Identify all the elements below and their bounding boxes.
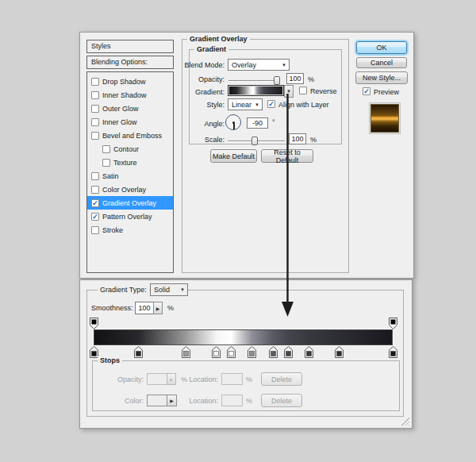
style-item-checkbox[interactable] [102,145,110,153]
preview-thumbnail [370,104,399,133]
style-item-inner-shadow[interactable]: Inner Shadow [87,88,173,102]
style-item-label: Bevel and Emboss [102,132,162,140]
style-item-label: Gradient Overlay [102,199,156,207]
style-item-gradient-overlay[interactable]: ✓Gradient Overlay [87,196,173,210]
style-item-checkbox[interactable]: ✓ [91,213,99,221]
style-item-checkbox[interactable]: ✓ [91,199,99,207]
color-stop[interactable] [335,346,344,358]
delete-opacity-stop-button[interactable]: Delete [261,372,302,386]
style-item-checkbox[interactable] [102,159,110,167]
layer-style-dialog: Styles Blending Options: Custom Drop Sha… [79,32,414,279]
stop-location1-label: Location: [185,375,218,383]
blend-mode-select[interactable]: Overlay ▼ [228,59,290,71]
style-item-pattern-overlay[interactable]: ✓Pattern Overlay [87,210,173,223]
screenshot-root: Styles Blending Options: Custom Drop Sha… [0,0,476,462]
stop-color-swatch[interactable] [147,395,167,406]
blend-mode-value: Overlay [232,61,256,69]
style-item-checkbox[interactable] [91,105,99,113]
opacity-stop[interactable] [389,318,397,329]
stop-location2-field[interactable] [221,395,243,406]
gradient-editor-panel: Gradient Type: Solid ▼ Smoothness: 100 ▶… [79,279,413,429]
cancel-button[interactable]: Cancel [356,57,407,68]
style-item-checkbox[interactable] [91,186,99,194]
resize-grip[interactable] [401,418,409,425]
style-item-outer-glow[interactable]: Outer Glow [87,102,173,115]
style-item-drop-shadow[interactable]: Drop Shadow [87,75,173,88]
color-stop[interactable] [389,346,397,358]
style-item-checkbox[interactable] [91,226,99,234]
style-item-checkbox[interactable] [91,172,99,180]
style-item-label: Contour [113,145,139,153]
stop-location1-unit: % [246,375,252,383]
color-stop[interactable] [227,346,236,358]
delete-color-stop-button[interactable]: Delete [261,394,302,407]
gradient-label: Gradient: [180,88,225,96]
color-stop[interactable] [284,346,293,358]
align-with-layer-checkbox[interactable]: ✓ [267,100,275,108]
stop-opacity-field[interactable] [147,373,167,385]
gradient-group-title: Gradient [194,45,228,53]
style-item-inner-glow[interactable]: Inner Glow [87,115,173,129]
style-item-satin[interactable]: Satin [87,169,173,183]
style-item-checkbox[interactable] [91,78,99,86]
blending-options-item[interactable]: Blending Options: Custom [86,56,174,69]
style-item-color-overlay[interactable]: Color Overlay [87,183,173,196]
color-stop[interactable] [248,346,256,358]
style-label: Style: [180,101,225,109]
scale-unit: % [310,136,317,144]
style-item-label: Satin [102,172,119,180]
preview-label: Preview [374,88,399,96]
color-stop[interactable] [134,346,143,358]
style-item-stroke[interactable]: Stroke [87,223,173,237]
scale-slider-thumb[interactable] [251,137,258,145]
color-stop[interactable] [305,346,313,358]
style-list: Drop ShadowInner ShadowOuter GlowInner G… [86,71,174,273]
style-item-label: Color Overlay [102,186,146,194]
style-item-label: Inner Glow [102,118,137,126]
scale-label: Scale: [180,136,225,144]
opacity-slider-track[interactable] [228,80,279,82]
angle-label: Angle: [180,120,225,128]
style-item-label: Texture [113,159,137,167]
styles-header[interactable]: Styles [86,40,174,53]
style-item-label: Outer Glow [102,105,139,113]
opacity-label: Opacity: [180,75,225,83]
style-item-checkbox[interactable] [91,132,99,140]
style-item-checkbox[interactable] [91,91,99,99]
color-stop[interactable] [182,346,190,358]
ok-button[interactable]: OK [356,41,407,54]
style-item-texture[interactable]: Texture [87,156,173,169]
color-stop[interactable] [269,346,278,358]
stop-location1-field[interactable] [221,373,243,385]
style-item-label: Drop Shadow [102,78,146,86]
gradient-swatch[interactable] [228,85,284,96]
opacity-slider-thumb[interactable] [274,76,280,85]
opacity-stop[interactable] [90,318,98,329]
style-value: Linear [232,101,251,109]
annotation-arrow [278,94,297,319]
style-item-checkbox[interactable] [91,118,99,126]
style-item-label: Pattern Overlay [102,213,152,221]
gradient-bar[interactable] [94,329,393,345]
opacity-unit: % [308,75,314,83]
chevron-down-icon: ▼ [255,102,259,107]
stop-location2-unit: % [246,397,252,405]
color-stop[interactable] [90,346,98,358]
angle-dial[interactable] [225,114,241,130]
preview-checkbox[interactable]: ✓ [363,87,370,95]
reverse-checkbox[interactable] [299,87,307,94]
angle-value-field[interactable]: -90 [247,117,268,129]
opacity-value-field[interactable]: 100 [286,73,304,84]
style-item-contour[interactable]: Contour [87,142,173,156]
new-style-button[interactable]: New Style... [355,71,408,84]
style-select[interactable]: Linear ▼ [228,98,263,110]
style-item-label: Inner Shadow [102,91,147,99]
color-stop[interactable] [212,346,221,358]
stop-opacity-flyout-button[interactable]: ▸ [167,373,176,385]
dial-pointer [233,123,235,129]
stop-color-flyout-button[interactable]: ▶ [167,395,177,406]
make-default-button[interactable]: Make Default [210,149,257,163]
style-item-bevel-and-emboss[interactable]: Bevel and Emboss [87,129,173,142]
reverse-label: Reverse [310,87,337,95]
panel-title: Gradient Overlay [187,35,250,43]
